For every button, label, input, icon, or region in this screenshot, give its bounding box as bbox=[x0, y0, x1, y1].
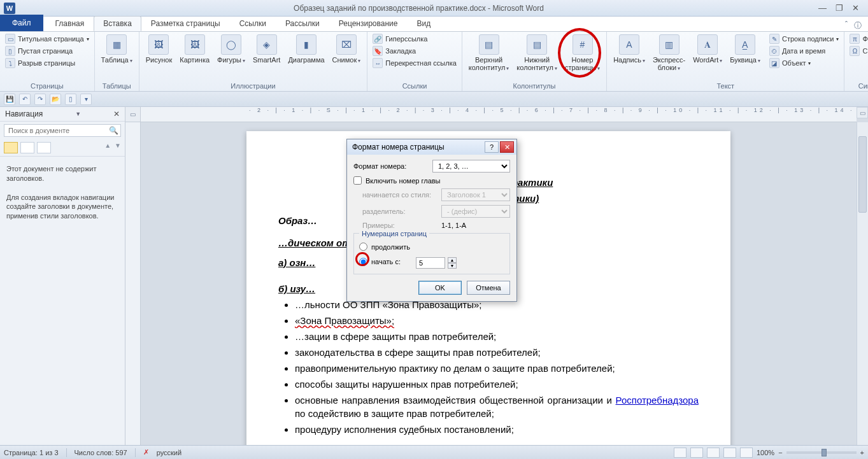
signature-line-button[interactable]: ✎Строка подписи▾ bbox=[768, 33, 840, 45]
view-outline[interactable] bbox=[723, 448, 736, 458]
nav-search-box[interactable]: 🔍 bbox=[4, 124, 121, 137]
proofing-icon[interactable]: ✗ bbox=[143, 448, 149, 456]
continue-radio[interactable] bbox=[359, 243, 367, 251]
blank-page-button[interactable]: ▯Пустая страница bbox=[4, 45, 90, 57]
tab-review[interactable]: Рецензирование bbox=[329, 16, 408, 31]
object-button[interactable]: ◪Объект▾ bbox=[768, 57, 840, 69]
qat-save-button[interactable]: 💾 bbox=[4, 94, 15, 105]
vertical-ruler[interactable] bbox=[125, 122, 141, 445]
nav-tab-pages[interactable] bbox=[20, 142, 34, 153]
textbox-button[interactable]: AНадпись bbox=[611, 33, 648, 66]
nav-pane-close-button[interactable]: ✕ bbox=[113, 109, 120, 118]
list-item: …зации в сфере защиты прав потребителей; bbox=[295, 330, 699, 343]
zoom-level[interactable]: 100% bbox=[757, 449, 774, 456]
tab-references[interactable]: Ссылки bbox=[230, 16, 276, 31]
ruler-toggle[interactable]: ▭ bbox=[125, 107, 141, 122]
dialog-titlebar[interactable]: Формат номера страницы ? ✕ bbox=[347, 139, 516, 155]
spin-up-button[interactable]: ▲ bbox=[448, 257, 457, 263]
symbol-button[interactable]: ΩСимвол▾ bbox=[848, 45, 868, 57]
minimize-button[interactable]: — bbox=[818, 3, 827, 13]
nav-tab-results[interactable] bbox=[37, 142, 51, 153]
picture-button[interactable]: 🖼Рисунок bbox=[143, 33, 175, 65]
date-time-button[interactable]: ⏲Дата и время bbox=[768, 45, 840, 57]
search-icon[interactable]: 🔍 bbox=[106, 126, 120, 135]
view-web-layout[interactable] bbox=[707, 448, 720, 458]
cover-page-button[interactable]: ▭Титульная страница▾ bbox=[4, 33, 90, 45]
dialog-help-button[interactable]: ? bbox=[485, 141, 499, 153]
quick-access-toolbar: 💾 ↶ ↷ 📂 ▯ ▾ bbox=[0, 92, 868, 107]
wordart-button[interactable]: 𝐀WordArt bbox=[690, 33, 725, 66]
help-button[interactable]: ⓘ bbox=[854, 20, 862, 31]
ruler-toggle-right[interactable]: ▭ bbox=[857, 107, 868, 118]
qat-new-button[interactable]: ▯ bbox=[65, 94, 76, 105]
tab-home[interactable]: Главная bbox=[46, 16, 94, 31]
spin-down-button[interactable]: ▼ bbox=[448, 263, 457, 269]
tab-page-layout[interactable]: Разметка страницы bbox=[141, 16, 230, 31]
status-language[interactable]: русский bbox=[157, 449, 181, 456]
number-format-select[interactable]: 1, 2, 3, … bbox=[432, 160, 510, 173]
zoom-slider-thumb[interactable] bbox=[822, 449, 827, 456]
page-number-button[interactable]: #Номер страницы bbox=[562, 33, 602, 73]
nav-pane-dropdown[interactable]: ▼ bbox=[75, 111, 81, 117]
qat-more-button[interactable]: ▾ bbox=[80, 94, 92, 105]
scrollbar-thumb[interactable] bbox=[858, 136, 867, 213]
ribbon-tabs: Файл Главная Вставка Разметка страницы С… bbox=[0, 17, 868, 32]
view-draft[interactable] bbox=[740, 448, 753, 458]
date-icon: ⏲ bbox=[769, 46, 779, 56]
dropcap-button[interactable]: A̲Буквица bbox=[727, 33, 763, 66]
separator-select: - (дефис) bbox=[441, 205, 510, 218]
zoom-in-button[interactable]: + bbox=[860, 449, 864, 456]
screenshot-button[interactable]: ⌧Снимок bbox=[330, 33, 364, 66]
ribbon-collapse-button[interactable]: ˆ bbox=[845, 20, 848, 31]
hyperlink-button[interactable]: 🔗Гиперссылка bbox=[371, 33, 458, 45]
status-words[interactable]: Число слов: 597 bbox=[75, 449, 127, 456]
include-chapter-checkbox[interactable] bbox=[353, 176, 362, 185]
start-at-input[interactable] bbox=[416, 257, 445, 269]
group-symbols-label: Символы bbox=[848, 81, 868, 91]
cross-reference-button[interactable]: ↔Перекрестная ссылка bbox=[371, 57, 458, 69]
nav-tab-headings[interactable] bbox=[4, 142, 18, 153]
nav-next[interactable]: ▼ bbox=[115, 142, 121, 153]
shapes-button[interactable]: ◯Фигуры bbox=[215, 33, 248, 66]
zoom-out-button[interactable]: − bbox=[778, 449, 782, 456]
dialog-close-button[interactable]: ✕ bbox=[500, 141, 514, 153]
bookmark-button[interactable]: 🔖Закладка bbox=[371, 45, 458, 57]
doc-list-b: …льности ОО ЗПП «Зона Правозащиты»; «Зон… bbox=[295, 298, 699, 436]
vertical-scrollbar[interactable] bbox=[857, 122, 868, 445]
qat-open-button[interactable]: 📂 bbox=[50, 94, 61, 105]
tab-mailings[interactable]: Рассылки bbox=[276, 16, 329, 31]
qat-redo-button[interactable]: ↷ bbox=[34, 94, 46, 105]
close-window-button[interactable]: ✕ bbox=[852, 3, 859, 13]
nav-prev[interactable]: ▲ bbox=[104, 142, 111, 153]
quick-parts-button[interactable]: ▥Экспресс-блоки bbox=[650, 33, 688, 73]
tab-file[interactable]: Файл bbox=[0, 15, 43, 31]
tab-insert[interactable]: Вставка bbox=[94, 16, 141, 31]
nav-search-input[interactable] bbox=[4, 125, 106, 136]
chart-button[interactable]: ▮Диаграмма bbox=[285, 33, 327, 65]
qat-undo-button[interactable]: ↶ bbox=[19, 94, 31, 105]
table-button[interactable]: ▦Таблица bbox=[99, 33, 135, 66]
footer-button[interactable]: ▤Нижний колонтитул bbox=[514, 33, 560, 73]
zoom-slider[interactable] bbox=[786, 451, 857, 454]
dialog-title: Формат номера страницы bbox=[352, 143, 445, 152]
equation-button[interactable]: πФормула▾ bbox=[848, 33, 868, 45]
group-header-footer-label: Колонтитулы bbox=[466, 81, 602, 91]
clipart-button[interactable]: 🖼Картинка bbox=[177, 33, 212, 65]
status-page[interactable]: Страница: 1 из 3 bbox=[4, 449, 59, 456]
view-full-screen[interactable] bbox=[690, 448, 703, 458]
tab-view[interactable]: Вид bbox=[407, 16, 440, 31]
cancel-button[interactable]: Отмена bbox=[467, 281, 510, 295]
clipart-icon: 🖼 bbox=[185, 34, 205, 55]
horizontal-ruler[interactable]: · 2 · | · 1 · | · S · | · 1 · | · 2 · | … bbox=[141, 107, 857, 122]
view-print-layout[interactable] bbox=[674, 448, 687, 458]
page-number-icon: # bbox=[573, 34, 593, 55]
group-text-label: Текст bbox=[611, 81, 840, 91]
page-break-button[interactable]: ⤵Разрыв страницы bbox=[4, 57, 90, 69]
header-button[interactable]: ▤Верхний колонтитул bbox=[466, 33, 512, 73]
header-icon: ▤ bbox=[479, 34, 499, 55]
blank-page-icon: ▯ bbox=[5, 46, 15, 56]
ok-button[interactable]: OK bbox=[418, 281, 462, 295]
start-at-radio[interactable] bbox=[359, 258, 367, 266]
maximize-button[interactable]: ❐ bbox=[836, 3, 843, 13]
smartart-button[interactable]: ◈SmartArt bbox=[250, 33, 283, 65]
